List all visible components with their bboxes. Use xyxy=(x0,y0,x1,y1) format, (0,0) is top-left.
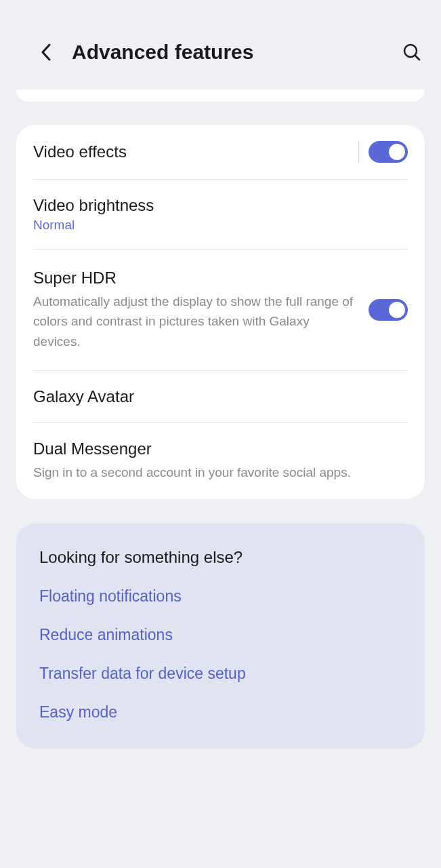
suggestions-card: Looking for something else? Floating not… xyxy=(16,524,425,749)
video-effects-toggle[interactable] xyxy=(369,141,408,163)
galaxy-avatar-row[interactable]: Galaxy Avatar xyxy=(33,371,408,423)
setting-text: Dual Messenger Sign in to a second accou… xyxy=(33,439,408,482)
setting-description: Sign in to a second account in your favo… xyxy=(33,462,408,482)
link-floating-notifications[interactable]: Floating notifications xyxy=(39,587,402,606)
setting-title: Dual Messenger xyxy=(33,439,408,458)
toggle-knob xyxy=(389,302,405,318)
suggestions-title: Looking for something else? xyxy=(39,548,402,567)
toggle-knob xyxy=(389,144,405,160)
link-reduce-animations[interactable]: Reduce animations xyxy=(39,626,402,644)
svg-line-1 xyxy=(415,56,419,60)
setting-title: Video brightness xyxy=(33,196,408,215)
card-top-sliver xyxy=(16,90,425,102)
video-brightness-row[interactable]: Video brightness Normal xyxy=(33,180,408,250)
chevron-left-icon xyxy=(40,43,52,62)
search-icon xyxy=(402,43,421,62)
setting-title: Super HDR xyxy=(33,269,356,288)
setting-title: Galaxy Avatar xyxy=(33,387,408,406)
link-transfer-data[interactable]: Transfer data for device setup xyxy=(39,665,402,683)
settings-card: Video effects Video brightness Normal Su… xyxy=(16,125,425,499)
search-button[interactable] xyxy=(402,42,422,62)
setting-text: Video effects xyxy=(33,142,358,161)
dual-messenger-row[interactable]: Dual Messenger Sign in to a second accou… xyxy=(33,423,408,498)
setting-text: Galaxy Avatar xyxy=(33,387,408,406)
back-button[interactable] xyxy=(37,43,56,62)
super-hdr-row[interactable]: Super HDR Automatically adjust the displ… xyxy=(33,250,408,371)
video-effects-row[interactable]: Video effects xyxy=(33,125,408,180)
vertical-separator xyxy=(358,141,359,163)
setting-value: Normal xyxy=(33,218,408,233)
setting-description: Automatically adjust the display to show… xyxy=(33,292,356,351)
header: Advanced features xyxy=(0,0,441,90)
setting-title: Video effects xyxy=(33,142,358,161)
page-title: Advanced features xyxy=(72,41,402,64)
super-hdr-toggle[interactable] xyxy=(369,299,408,321)
setting-text: Super HDR Automatically adjust the displ… xyxy=(33,269,356,351)
setting-text: Video brightness Normal xyxy=(33,196,408,233)
link-easy-mode[interactable]: Easy mode xyxy=(39,703,402,722)
